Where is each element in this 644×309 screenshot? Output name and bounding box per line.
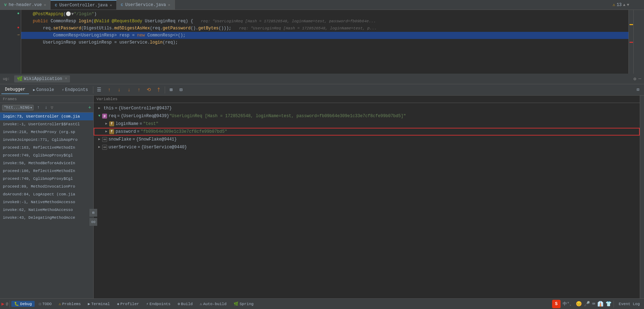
frame-side-btn-2[interactable]: oo bbox=[89, 218, 97, 226]
java-icon-service: C bbox=[121, 3, 123, 7]
debug-session-tab[interactable]: 🌿 WikiApplication × bbox=[14, 75, 70, 82]
settings-gear-icon[interactable]: ⚙ bbox=[633, 76, 636, 82]
frame-item-4[interactable]: proceed:163, ReflectiveMethodIn bbox=[0, 144, 93, 151]
tab-service[interactable]: C UserService.java ✕ bbox=[117, 0, 175, 10]
expand-this[interactable]: ▶ bbox=[96, 105, 102, 111]
tab-vue-close[interactable]: ✕ bbox=[44, 3, 46, 7]
status-todo-btn[interactable]: ☐ TODO bbox=[36, 301, 54, 307]
frame-text-0: login:73, UserController (com.jia bbox=[3, 114, 80, 119]
shirt-icon-2[interactable]: 👕 bbox=[605, 301, 611, 307]
editor-scrollbar[interactable] bbox=[628, 10, 633, 74]
var-row-loginname[interactable]: ▶ f loginName = "test" bbox=[94, 120, 640, 128]
btn-frames-view[interactable]: ☰ bbox=[95, 86, 104, 94]
frame-text-9: proceed:89, MethodInvocationPro bbox=[3, 184, 75, 189]
frame-item-5[interactable]: proceed:749, CglibAopProxy$Cgl bbox=[0, 151, 93, 159]
status-endpoints-btn[interactable]: ⚡ Endpoints bbox=[143, 301, 173, 307]
frame-item-11[interactable]: invoke0:-1, NativeMethodAccesso bbox=[0, 198, 93, 206]
btn-force-step-into[interactable]: ↓ bbox=[124, 86, 134, 94]
event-log-btn[interactable]: Event Log bbox=[616, 301, 643, 307]
tab-controller[interactable]: C UserController.java ✕ bbox=[51, 0, 116, 10]
filter-icon[interactable]: ▽ bbox=[51, 105, 53, 110]
step-out-icon: ↑ bbox=[137, 87, 140, 93]
code-line-5: UserLoginResp userLoginResp = userServic… bbox=[21, 39, 628, 46]
badge-snowflake: oo bbox=[102, 137, 107, 142]
status-terminal-btn[interactable]: ▶ Terminal bbox=[85, 301, 113, 307]
btn-step-over[interactable]: ↑ bbox=[105, 86, 114, 94]
tab-vue[interactable]: V he-header.vue ✕ bbox=[0, 0, 51, 10]
tab-endpoints[interactable]: ⚡ Endpoints bbox=[58, 86, 92, 94]
debugger-main-content: Frames "htt...NING ▼ ↑ ↓ ▽ + login:73, U… bbox=[0, 96, 644, 309]
btn-run-to-cursor[interactable]: ⟲ bbox=[144, 86, 153, 94]
btn-step-into[interactable]: ↓ bbox=[115, 86, 124, 94]
tab-debugger[interactable]: Debugger bbox=[1, 86, 29, 94]
status-spring-btn[interactable]: 🌿 Spring bbox=[231, 301, 257, 307]
frame-item-10[interactable]: doAround:84, LogAspect (com.jia bbox=[0, 190, 93, 198]
tab-controller-close[interactable]: ✕ bbox=[110, 3, 112, 7]
btn-customize[interactable]: ⊟ bbox=[176, 86, 186, 94]
frame-side-btn-1[interactable]: ⊞ bbox=[89, 209, 97, 217]
var-val-req-str: "UserLoginReq [Hash = 1728526548, loginN… bbox=[169, 113, 406, 119]
expand-req[interactable]: ▼ bbox=[96, 113, 102, 119]
problems-label: Problems bbox=[62, 302, 81, 306]
mic-icon[interactable]: 🎤 bbox=[584, 301, 590, 307]
frame-item-8[interactable]: proceed:749, CglibAopProxy$Cgl bbox=[0, 175, 93, 183]
frame-item-7[interactable]: proceed:186, ReflectiveMethodIn bbox=[0, 167, 93, 175]
frame-item-1[interactable]: invoke:-1, UserController$$FastCl bbox=[0, 120, 93, 128]
add-watch-btn[interactable]: + bbox=[88, 105, 91, 110]
frame-item-12[interactable]: invoke:62, NativeMethodAccesso bbox=[0, 206, 93, 214]
shirt-icon-1[interactable]: 👔 bbox=[597, 301, 603, 307]
var-row-userservice[interactable]: ▶ oo userService = {UserService@9440} bbox=[94, 143, 640, 151]
keyboard-icon[interactable]: ⌨ bbox=[592, 301, 595, 307]
tab-console[interactable]: ▶ Console bbox=[30, 86, 58, 94]
expand-userservice[interactable]: ▶ bbox=[96, 144, 102, 150]
status-debug-btn[interactable]: 🐛 Debug bbox=[11, 301, 35, 307]
warning-count: 13 bbox=[616, 2, 621, 7]
frame-item-3[interactable]: invokeJoinpoint:771, CglibAopPro bbox=[0, 136, 93, 144]
var-row-password[interactable]: ▶ f password = "fb09b64e309e1c33e7cf8cfe… bbox=[94, 128, 640, 136]
toolbar-sep-1 bbox=[93, 86, 93, 93]
status-build-btn[interactable]: ⚙ Build bbox=[175, 301, 195, 307]
frame-item-9[interactable]: proceed:89, MethodInvocationPro bbox=[0, 183, 93, 190]
frame-item-2[interactable]: invoke:218, MethodProxy (org.sp bbox=[0, 128, 93, 136]
btn-layout[interactable]: ⊡ bbox=[633, 86, 643, 94]
warning-chevron-down[interactable]: ▼ bbox=[627, 3, 629, 7]
frame-item-13[interactable]: invoke:43, DelegatingMethodAcce bbox=[0, 214, 93, 222]
btn-table-view[interactable]: ⊞ bbox=[166, 86, 176, 94]
btn-eval-expr[interactable]: † bbox=[154, 86, 163, 94]
frame-up-btn[interactable]: ↑ bbox=[35, 104, 41, 111]
expand-loginname[interactable]: ▶ bbox=[104, 121, 109, 127]
var-val-loginname: "test" bbox=[143, 121, 158, 127]
frame-down-btn[interactable]: ↓ bbox=[43, 104, 49, 111]
status-problems-btn[interactable]: ⚠ Problems bbox=[56, 301, 83, 307]
status-profiler-btn[interactable]: ◈ Profiler bbox=[114, 301, 142, 307]
warning-chevron[interactable]: ▲ bbox=[623, 3, 626, 7]
frame-item-6[interactable]: invoke:58, MethodBeforeAdviceIn bbox=[0, 159, 93, 167]
status-run-icon[interactable]: ▶ bbox=[1, 301, 4, 307]
frames-title: Frames bbox=[3, 97, 17, 101]
frame-text-13: invoke:43, DelegatingMethodAcce bbox=[3, 216, 75, 220]
minimize-icon[interactable]: — bbox=[638, 76, 641, 81]
status-icon-1[interactable]: @ bbox=[6, 302, 8, 306]
status-autobuild-btn[interactable]: ⚠ Auto-build bbox=[197, 301, 229, 307]
variables-scrollbar[interactable] bbox=[640, 96, 644, 309]
var-val-userservice: {UserService@9440} bbox=[141, 144, 187, 150]
debug-bar-actions: ⚙ — bbox=[633, 76, 641, 82]
var-row-req[interactable]: ▼ p req = {UserLoginReq@9439} "UserLogin… bbox=[94, 112, 640, 120]
todo-icon: ☐ bbox=[39, 302, 41, 306]
emoji-icon[interactable]: 😊 bbox=[576, 301, 582, 307]
sogou-icon[interactable]: S bbox=[552, 300, 561, 308]
frame-thread-dropdown[interactable]: "htt...NING ▼ bbox=[2, 105, 34, 110]
profiler-label: Profiler bbox=[121, 302, 139, 306]
table-view-icon: ⊞ bbox=[170, 87, 172, 93]
frame-item-0[interactable]: login:73, UserController (com.jia bbox=[0, 113, 93, 120]
toolbar-sep-2 bbox=[165, 86, 165, 93]
var-row-this[interactable]: ▶ this = {UserController@9437} bbox=[94, 104, 640, 112]
expand-snowflake[interactable]: ▶ bbox=[96, 137, 102, 142]
tab-service-close[interactable]: ✕ bbox=[168, 3, 170, 7]
warning-icon: ⚠ bbox=[613, 2, 615, 7]
debug-session-close[interactable]: × bbox=[65, 77, 67, 81]
expand-password[interactable]: ▶ bbox=[104, 129, 109, 135]
var-row-snowflake[interactable]: ▶ oo snowFlake = {SnowFlake@9441} bbox=[94, 136, 640, 143]
btn-step-out[interactable]: ↑ bbox=[134, 86, 144, 94]
status-right-area: S 中°、 😊 🎤 ⌨ 👔 👕 Event Log bbox=[552, 300, 643, 308]
